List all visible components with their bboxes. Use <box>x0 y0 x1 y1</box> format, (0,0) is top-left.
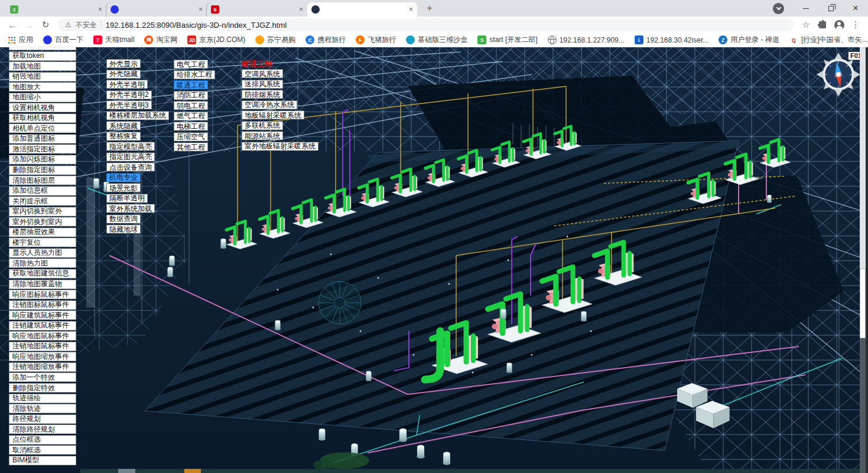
sidebar-item[interactable]: 轨迹描绘 <box>9 394 76 403</box>
tab-close-icon[interactable]: × <box>409 5 413 14</box>
menu-item[interactable]: 点击设备查询 <box>106 163 155 171</box>
sidebar-item[interactable]: 关闭提示框 <box>9 196 76 206</box>
tab-close-icon[interactable]: × <box>299 5 303 14</box>
sidebar-item[interactable]: 室外切换到室内 <box>9 217 76 226</box>
bookmark-item[interactable]: Q [行业]中国省、市矢... <box>789 35 868 45</box>
sidebar-item[interactable]: 获取相机视角 <box>9 114 76 123</box>
compass[interactable]: F01 <box>815 51 862 98</box>
profile-avatar[interactable] <box>831 18 847 32</box>
menu-item[interactable]: 暖通工程 <box>174 80 208 89</box>
address-bar[interactable]: ⚠ 不安全 192.168.1.225:8090/Basic/gis-3D-n/… <box>58 18 794 31</box>
tab-close-icon[interactable]: × <box>199 5 203 14</box>
sidebar-item[interactable]: 清除路径规划 <box>9 425 76 434</box>
sidebar-item[interactable]: 楼宇复位 <box>9 238 76 247</box>
sidebar-item[interactable]: 销毁地图 <box>9 72 76 82</box>
menu-item[interactable]: 外壳半透明3 <box>106 101 152 109</box>
bookmark-item[interactable]: Z 用户登录 - 禅道 <box>719 35 779 45</box>
sidebar-item[interactable]: 清除热力图 <box>9 258 76 268</box>
reload-button[interactable]: ↻ <box>38 18 53 32</box>
sidebar-item[interactable]: 室内切换到室外 <box>9 207 76 216</box>
close-button[interactable]: × <box>843 0 868 17</box>
sidebar-item[interactable]: 获取token <box>9 51 76 61</box>
menu-item[interactable]: 消防工程 <box>174 91 208 100</box>
sidebar-item[interactable]: 删除指定特效 <box>9 383 76 393</box>
menu-item[interactable]: 指定模型高亮 <box>106 142 155 151</box>
menu-item[interactable]: 指定图元高亮 <box>106 153 155 161</box>
browser-tab[interactable]: S × <box>207 2 307 17</box>
bookmark-item[interactable]: 应用 <box>7 35 33 45</box>
menu-item[interactable]: 整栋恢复 <box>106 132 141 141</box>
menu-item[interactable]: 能源站系统 <box>242 131 283 140</box>
sidebar-item[interactable]: 添加信息框 <box>9 186 76 196</box>
menu-item[interactable]: 其他工程 <box>174 142 208 151</box>
browser-menu-button[interactable]: ⋮ <box>848 18 863 32</box>
extensions-icon[interactable] <box>815 18 830 32</box>
menu-item[interactable]: 空调冷热水系统 <box>242 101 297 109</box>
sidebar-item[interactable]: 添加闪烁图标 <box>9 155 76 164</box>
bookmark-item[interactable]: C 携程旅行 <box>305 35 346 45</box>
bookmark-item[interactable]: T 天猫tmall <box>93 35 134 45</box>
menu-item[interactable]: 外壳显示 <box>106 59 141 68</box>
restore-button[interactable] <box>818 0 843 17</box>
bookmark-item[interactable]: 百度一下 <box>43 35 83 45</box>
menu-item[interactable]: 场景光影 <box>106 183 141 192</box>
sidebar-item[interactable]: 添加一个特效 <box>9 372 76 382</box>
sidebar-item[interactable]: 注销地图鼠标事件 <box>9 342 76 351</box>
sidebar-item[interactable]: 取消框选 <box>9 445 76 455</box>
menu-item[interactable]: 空调风系统 <box>242 69 283 78</box>
menu-item[interactable]: 数据查询 <box>106 215 141 223</box>
sidebar-item[interactable]: 添加普通图标 <box>9 134 76 144</box>
browser-tab[interactable]: × <box>106 2 207 17</box>
bookmark-item[interactable]: 192.168.1.227:909... <box>548 35 625 44</box>
new-tab-button[interactable]: + <box>422 1 437 16</box>
back-button[interactable]: ← <box>5 18 20 32</box>
sidebar-item[interactable]: 注销图标鼠标事件 <box>9 300 76 310</box>
bookmark-item[interactable]: F 飞猪旅行 <box>356 35 396 45</box>
menu-item[interactable]: 系统隐藏 <box>106 121 141 130</box>
sidebar-item[interactable]: 楼层抽屉效果 <box>9 228 76 237</box>
bookmark-item[interactable]: JD 京东(JD.COM) <box>187 35 245 45</box>
scrollbar-track-upper[interactable] <box>860 47 866 268</box>
menu-item[interactable]: 室外系统加载 <box>106 204 155 213</box>
bookmark-item[interactable]: 基础版三维沙盒 <box>406 35 467 45</box>
security-warning-icon[interactable]: ⚠ <box>65 21 71 29</box>
sidebar-item[interactable]: 删除指定图标 <box>9 166 76 175</box>
menu-item[interactable]: 压缩空气 <box>174 132 208 141</box>
sidebar-item[interactable]: 激活指定图标 <box>9 144 76 154</box>
menu-item[interactable]: 室外地板辐射采暖系统 <box>242 142 318 151</box>
minimize-button[interactable] <box>794 0 818 17</box>
sidebar-item[interactable]: 注销建筑鼠标事件 <box>9 321 76 331</box>
media-controls-button[interactable] <box>773 3 784 14</box>
menu-item[interactable]: 机电专业 <box>106 173 141 182</box>
sidebar-item[interactable]: 路径规划 <box>9 414 76 424</box>
menu-item[interactable]: 弱电工程 <box>174 101 208 110</box>
scrollbar-thumb[interactable] <box>860 268 866 338</box>
menu-item[interactable]: 外壳隐藏 <box>106 70 141 79</box>
sidebar-item[interactable]: 响应地图鼠标事件 <box>9 331 76 341</box>
bookmark-item[interactable]: 苏宁易购 <box>255 35 295 45</box>
menu-item[interactable]: 地板辐射采暖系统 <box>242 111 304 119</box>
sidebar-item[interactable]: 获取地图建筑信息 <box>9 269 76 278</box>
menu-item[interactable]: 外壳半透明2 <box>106 90 152 99</box>
menu-item[interactable]: 隔断半透明 <box>106 194 148 203</box>
scrollbar-track-lower[interactable] <box>860 338 866 473</box>
menu-item[interactable]: 防排烟系统 <box>242 90 283 99</box>
menu-item[interactable]: 燃气工程 <box>174 112 208 121</box>
bookmark-star-icon[interactable]: ☆ <box>798 18 814 32</box>
sidebar-item[interactable]: 清除地图覆盖物 <box>9 280 76 289</box>
forward-button[interactable]: → <box>21 18 37 32</box>
menu-item[interactable]: 电梯工程 <box>174 122 208 131</box>
menu-item[interactable]: 给排水工程 <box>174 70 215 79</box>
url-text[interactable]: 192.168.1.225:8090/Basic/gis-3D-n/index_… <box>106 21 287 30</box>
menu-item[interactable]: 送排风系统 <box>242 80 283 89</box>
menu-item[interactable]: 隐藏地球 <box>106 225 141 234</box>
sidebar-item[interactable]: 响应建筑鼠标事件 <box>9 310 76 320</box>
tab-close-icon[interactable]: × <box>98 5 102 14</box>
menu-item[interactable]: 外壳半透明 <box>106 80 148 89</box>
bookmark-item[interactable]: i 192.168.30.42iser... <box>635 35 708 44</box>
sidebar-item[interactable]: 响应地图缩放事件 <box>9 352 76 361</box>
sidebar-item[interactable]: 显示人员热力图 <box>9 248 76 258</box>
sidebar-item[interactable]: BIM模型 <box>9 456 76 465</box>
browser-tab[interactable]: × <box>307 2 417 17</box>
bookmark-item[interactable]: S start [开发二部] <box>477 35 537 45</box>
